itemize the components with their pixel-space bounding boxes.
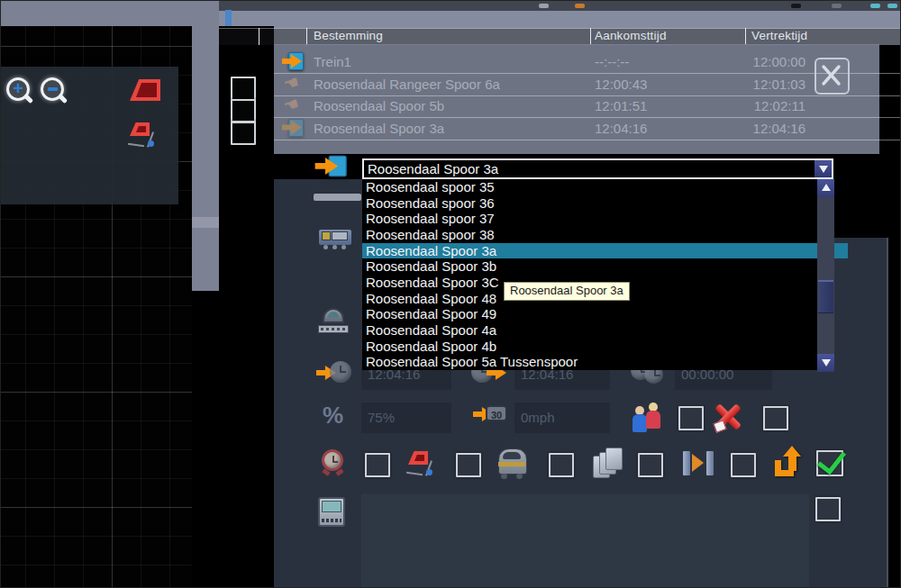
dropdown-option[interactable]: Roosendaal Spoor 4a [362,322,834,339]
step-forward-icon [683,451,715,476]
scenario-editor-screen: + Bestemming Aankomsttijd Vertrekt [0,0,901,588]
delete-checkbox[interactable] [763,406,788,430]
table-header-left [219,28,274,45]
row-departure-time: 12:00:00 [753,51,805,73]
speed-limit-icon: 30 [473,405,509,425]
top-band-left [1,1,192,26]
close-icon [821,64,842,86]
blue-node-icon [148,140,154,147]
combobox-dropdown-button[interactable] [815,160,832,177]
magnifier-handle [23,94,33,104]
row-destination: Roosendaal Spoor 5b [314,95,444,117]
toolbar-glyph [791,4,801,8]
close-button[interactable] [815,58,850,95]
row-arrival-time: 12:00:43 [595,74,647,95]
table-row[interactable]: Trein1 --:--:-- 12:00:00 [274,51,879,74]
destination-icon [314,154,346,184]
alarm-checkbox[interactable] [365,453,390,477]
destination-combobox[interactable]: Roosendaal Spoor 3a [362,158,833,179]
magnifier-handle [58,94,68,104]
gradient-marker-button[interactable] [130,79,160,101]
performance-field[interactable]: 75% [361,403,451,433]
gap [834,154,901,238]
toolbar-glyph [887,4,897,8]
row-arrival-time: --:--:-- [595,51,629,73]
dropdown-option[interactable]: Roosendaal Spoor 3a [362,243,848,259]
gradient-point-button[interactable] [128,121,160,151]
table-row[interactable]: Roosendaal Spoor 5b 12:01:51 12:02:11 [274,95,879,118]
dropdown-option[interactable]: Roosendaal spoor 37 [362,211,834,227]
performance-percent-icon: % [323,402,343,430]
copies-icon [593,448,625,482]
dropdown-option[interactable]: Roosendaal Spoor 3b [362,258,834,275]
combobox-value: Roosendaal Spoor 3a [368,160,498,177]
row-arrival-time: 12:01:51 [595,95,647,117]
alarm-clock-icon [321,448,346,476]
copies-checkbox[interactable] [638,453,663,477]
column-header-bestemming: Bestemming [314,29,383,42]
table-row[interactable]: Roosendaal Spoor 3a 12:04:16 12:04:16 [274,118,879,140]
scroll-up-button[interactable] [817,179,834,197]
row-type-icon [282,118,304,139]
dropdown-option[interactable]: Roosendaal spoor 35 [362,179,834,195]
map-grid-view[interactable]: + [1,26,192,588]
row-type-icon [282,74,304,95]
row-select-checkbox[interactable] [231,121,256,145]
row-departure-time: 12:01:03 [753,74,805,95]
consist-wagon-icon [318,229,350,252]
gradient-checkbox[interactable] [456,453,481,477]
zoom-out-button[interactable] [41,77,68,104]
chevron-up-icon [822,184,831,191]
row-type-icon [282,51,304,72]
row-destination: Roosendaal Rangeer Spoor 6a [314,74,500,95]
minus-icon [48,87,58,91]
toolbar-glyph [870,4,880,8]
notes-textarea[interactable] [361,494,809,588]
row-select-checkbox[interactable] [231,77,256,101]
destination-dropdown-list: Roosendaal spoor 35Roosendaal spoor 36Ro… [362,179,834,370]
tooltip: Roosendaal Spoor 3a [504,282,630,301]
scrollbar-thumb[interactable] [818,280,833,313]
table-row[interactable]: Roosendaal Rangeer Spoor 6a 12:00:43 12:… [274,74,879,96]
slider-fragment[interactable] [314,194,361,201]
board-checkbox[interactable] [815,497,841,521]
speed-field[interactable]: 0mph [514,403,610,433]
passengers-icon [633,402,665,434]
zoom-in-button[interactable]: + [6,77,33,104]
dropdown-option[interactable]: Roosendaal Spoor 5a Tussenspoor [362,354,834,370]
platform-icon [318,308,349,339]
dropdown-option[interactable]: Roosendaal spoor 38 [362,227,834,243]
row-departure-time: 12:04:16 [753,118,805,140]
chevron-down-icon [822,359,831,366]
row-destination: Trein1 [314,51,351,73]
locomotive-icon [496,448,527,480]
chevron-down-icon [819,166,828,173]
toolbar-glyph [832,4,842,8]
dropdown-option[interactable]: Roosendaal Spoor 4b [362,339,834,355]
top-band [219,11,901,28]
scroll-down-button[interactable] [817,354,834,372]
column-header-vertrektijd: Vertrektijd [751,29,807,42]
top-toolbar [219,1,901,11]
passengers-checkbox[interactable] [678,406,704,430]
row-departure-time: 12:02:11 [754,95,805,117]
display-board-icon [318,497,345,527]
step-checkbox[interactable] [731,453,756,477]
exit-checkbox[interactable] [816,450,843,476]
column-header-aankomsttijd: Aankomsttijd [595,29,667,42]
dropdown-scrollbar[interactable] [817,179,834,372]
dropdown-option[interactable]: Roosendaal Spoor 49 [362,306,834,322]
delete-icon[interactable] [711,400,745,434]
row-arrival-time: 12:04:16 [595,118,647,140]
row-select-checkbox[interactable] [231,99,256,123]
map-toolbar-panel: + [1,67,178,204]
locomotive-checkbox[interactable] [549,453,574,477]
gradient-option-icon [406,449,439,480]
exit-route-icon [773,446,805,480]
blue-accent-marker [225,10,232,28]
side-strip [192,1,219,291]
row-type-icon [282,95,304,116]
side-strip-highlight [192,217,219,228]
dropdown-option[interactable]: Roosendaal spoor 36 [362,195,834,212]
arrival-time-icon [316,357,354,388]
